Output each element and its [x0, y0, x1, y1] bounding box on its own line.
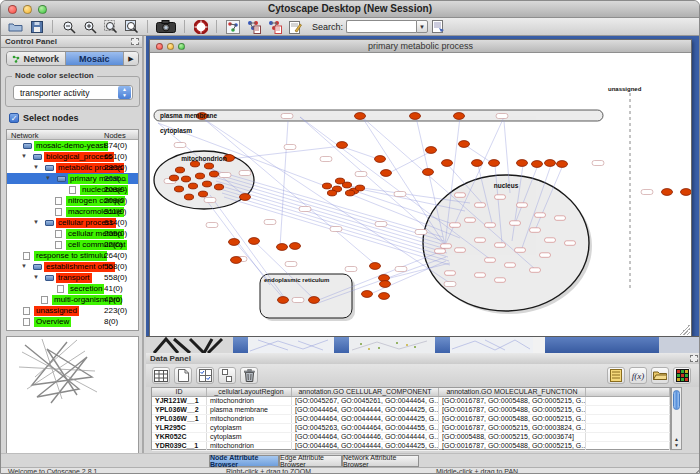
node-label-chip[interactable]	[441, 244, 452, 249]
node-label-chip[interactable]	[515, 248, 526, 253]
node-label-chip[interactable]	[284, 145, 296, 150]
node-label-chip[interactable]	[281, 114, 293, 119]
table-row[interactable]: YDR039C__1mitochondrion[GO:0044464, GO:0…	[152, 442, 670, 451]
network-node[interactable]	[379, 293, 390, 300]
node-label-chip[interactable]	[264, 220, 276, 225]
region-nucleus[interactable]	[423, 175, 589, 311]
attribute-grid-icon[interactable]	[152, 367, 170, 384]
background-view-window-2[interactable]	[349, 337, 435, 353]
node-label-chip[interactable]	[394, 192, 406, 197]
tree-row[interactable]: secretion41(0)	[7, 283, 138, 294]
tree-row[interactable]: unassigned223(0)	[7, 305, 138, 316]
tree-expand-arrow-icon[interactable]: ▼	[45, 175, 51, 181]
network-node[interactable]	[175, 167, 184, 173]
network-node[interactable]	[532, 161, 543, 168]
network-node[interactable]	[229, 239, 240, 246]
node-label-chip[interactable]	[485, 258, 496, 263]
tree-row[interactable]: ▼establishment of lo558(0)	[7, 261, 138, 272]
node-label-chip[interactable]	[174, 143, 186, 148]
table-scrollbar[interactable]: ▲▼	[671, 387, 682, 450]
tree-row[interactable]: ▼metabolic process280(0)	[7, 162, 138, 173]
network-node[interactable]	[410, 113, 421, 120]
network-node[interactable]	[322, 183, 331, 189]
tree-expand-arrow-icon[interactable]: ▼	[33, 219, 39, 225]
table-row[interactable]: YLR295Ccytoplasm[GO:0045263, GO:0044464,…	[152, 424, 670, 433]
network-node[interactable]	[370, 263, 381, 270]
network-node[interactable]	[423, 169, 434, 176]
network-node[interactable]	[204, 163, 213, 169]
table-column-header[interactable]: annotation.GO MOLECULAR_FUNCTION	[439, 388, 586, 396]
node-label-chip[interactable]	[641, 190, 653, 195]
node-label-chip[interactable]	[206, 223, 218, 228]
tree-expand-arrow-icon[interactable]: ▼	[21, 263, 27, 269]
network-node[interactable]	[459, 141, 470, 148]
node-label-chip[interactable]	[555, 216, 566, 221]
table-column-header[interactable]: _cellularLayoutRegion	[207, 388, 292, 396]
node-label-chip[interactable]	[530, 268, 541, 273]
network-node[interactable]	[355, 185, 364, 191]
node-label-chip[interactable]	[565, 241, 576, 246]
node-label-chip[interactable]	[475, 238, 486, 243]
table-row[interactable]: YKR052Ccytoplasm[GO:0044464, GO:0044446,…	[152, 433, 670, 442]
network-node[interactable]	[188, 183, 197, 189]
tree-row[interactable]: cellular metabo209(0)	[7, 228, 138, 239]
node-label-chip[interactable]	[465, 218, 476, 223]
canvas-resize-grip[interactable]	[680, 325, 690, 335]
node-label-chip[interactable]	[455, 248, 466, 253]
node-label-chip[interactable]	[540, 253, 551, 257]
node-label-chip[interactable]	[375, 222, 387, 227]
network-node[interactable]	[209, 171, 218, 177]
tree-row[interactable]: Overview8(0)	[7, 316, 138, 327]
network-node[interactable]	[489, 160, 500, 167]
network-node[interactable]	[249, 238, 260, 245]
tree-row[interactable]: ▼transport558(0)	[7, 272, 138, 283]
tree-expand-arrow-icon[interactable]: ▼	[21, 153, 27, 159]
export-network-icon[interactable]	[266, 19, 283, 34]
network-node[interactable]	[335, 178, 344, 184]
tree-row-label[interactable]: secretion	[68, 284, 104, 294]
node-label-chip[interactable]	[345, 267, 357, 272]
network-node[interactable]	[337, 142, 348, 149]
formula-fx-icon[interactable]: f(x)	[629, 367, 647, 384]
network-node[interactable]	[681, 189, 692, 196]
network-node[interactable]	[290, 243, 301, 250]
network-node[interactable]	[174, 186, 183, 192]
region-plasma-membrane[interactable]	[154, 110, 603, 121]
tree-row[interactable]: mosaic-demo-yeast874(0)	[7, 140, 138, 151]
tree-expand-arrow-icon[interactable]: ▼	[33, 164, 39, 170]
node-label-chip[interactable]	[445, 271, 456, 276]
tree-row-label[interactable]: response to stimulu	[34, 251, 107, 261]
network-node[interactable]	[277, 244, 288, 251]
node-label-chip[interactable]	[517, 203, 528, 208]
network-node[interactable]	[454, 113, 465, 120]
tree-column-network[interactable]: Network	[11, 131, 39, 140]
tab-node-attribute-browser[interactable]: Node Attribute Browser	[209, 455, 279, 467]
window-resize-grip[interactable]	[693, 468, 700, 474]
network-node[interactable]	[278, 297, 289, 304]
tree-row[interactable]: nucleobase-209(0)	[7, 184, 138, 195]
node-label-chip[interactable]	[395, 267, 407, 272]
node-label-chip[interactable]	[455, 193, 466, 198]
node-label-chip[interactable]	[535, 213, 546, 218]
table-column-header[interactable]: annotation.GO CELLULAR_COMPONENT	[292, 388, 439, 396]
network-node[interactable]	[327, 190, 336, 196]
tree-row-label[interactable]: transport	[56, 273, 92, 283]
tab-network-attribute-browser[interactable]: Network Attribute Browser	[342, 455, 419, 467]
node-label-chip[interactable]	[545, 238, 556, 243]
network-node[interactable]	[240, 194, 251, 201]
network-node[interactable]	[472, 160, 483, 167]
birds-eye-view[interactable]	[6, 336, 139, 459]
node-label-chip[interactable]	[435, 249, 446, 254]
search-input[interactable]	[346, 20, 416, 33]
node-color-dropdown[interactable]: transporter activity ▲▼	[13, 85, 133, 100]
network-node[interactable]	[426, 147, 437, 154]
network-node[interactable]	[557, 161, 568, 168]
import-network-icon[interactable]	[245, 19, 262, 34]
node-label-chip[interactable]	[495, 243, 506, 248]
node-label-chip[interactable]	[495, 195, 506, 200]
node-label-chip[interactable]	[475, 203, 486, 208]
tree-row[interactable]: cell communicat22(0)	[7, 239, 138, 250]
zoom-selected-icon[interactable]	[123, 19, 140, 34]
node-label-chip[interactable]	[204, 198, 216, 203]
table-row[interactable]: YJR121W__1mitochondrion[GO:0045267, GO:0…	[152, 397, 670, 406]
